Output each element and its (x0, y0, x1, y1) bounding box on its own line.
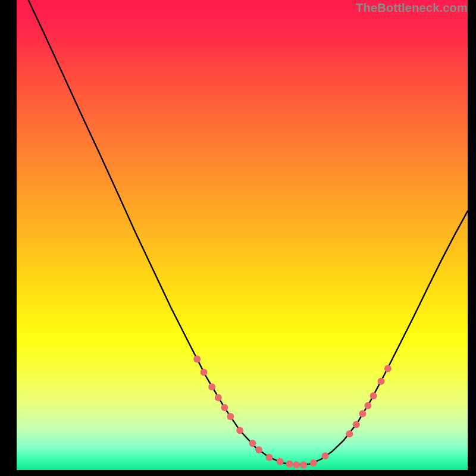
highlight-dot (221, 404, 228, 411)
watermark-label: TheBottleneck.com (356, 1, 468, 15)
highlight-dots (193, 356, 392, 469)
chart-frame: TheBottleneck.com (0, 0, 476, 476)
highlight-dot (365, 402, 372, 409)
highlight-dot (370, 392, 377, 399)
highlight-dot (208, 383, 215, 390)
highlight-dot (310, 459, 317, 466)
chart-svg (17, 0, 468, 470)
highlight-dot (286, 461, 293, 468)
highlight-dot (353, 421, 360, 428)
highlight-dot (378, 378, 385, 385)
highlight-dot (227, 413, 234, 420)
highlight-dot (322, 452, 329, 459)
highlight-dot (201, 369, 208, 376)
highlight-dot (249, 440, 256, 447)
highlight-dot (300, 461, 307, 468)
highlight-dot (293, 461, 300, 468)
highlight-dot (215, 394, 222, 401)
highlight-dot (266, 454, 273, 461)
plot-area (17, 0, 468, 470)
highlight-dot (193, 356, 201, 363)
highlight-dot (384, 365, 392, 372)
highlight-dot (236, 427, 243, 434)
highlight-dot (359, 410, 366, 417)
highlight-dot (346, 430, 353, 437)
highlight-dot (277, 458, 284, 465)
bottleneck-curve (29, 0, 468, 465)
highlight-dot (255, 446, 262, 453)
